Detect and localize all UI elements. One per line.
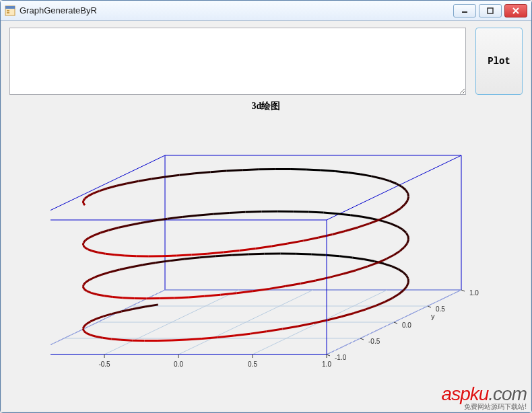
watermark-suffix: .com [488, 383, 527, 404]
svg-line-50 [202, 337, 218, 338]
svg-line-27 [145, 305, 158, 307]
svg-line-143 [294, 211, 309, 212]
svg-line-36 [83, 326, 84, 328]
svg-line-248 [461, 290, 465, 291]
svg-rect-5 [488, 8, 493, 13]
svg-line-30 [112, 311, 122, 314]
svg-line-220 [100, 188, 108, 191]
svg-line-59 [341, 313, 354, 316]
svg-line-170 [125, 256, 136, 256]
svg-line-223 [85, 196, 88, 198]
chart-area: 3d绘图 -1.0-0.50.00.51.0-1.0-0.50.00.51.0-… [51, 100, 481, 369]
svg-line-210 [226, 170, 242, 171]
plot-button[interactable]: Plot [475, 28, 523, 95]
svg-line-138 [362, 217, 373, 219]
svg-line-196 [402, 186, 406, 190]
svg-line-101 [84, 289, 87, 291]
svg-text:-1.0: -1.0 [335, 354, 347, 361]
svg-line-165 [88, 249, 92, 251]
svg-line-128 [400, 247, 405, 251]
svg-line-224 [84, 198, 85, 201]
svg-line-152 [154, 219, 168, 221]
svg-line-198 [389, 181, 396, 184]
svg-rect-2 [7, 10, 9, 11]
svg-line-187 [369, 220, 379, 224]
svg-line-63 [385, 298, 393, 302]
svg-line-142 [309, 212, 324, 213]
svg-line-216 [139, 179, 152, 181]
svg-line-132 [406, 233, 408, 236]
minimize-button[interactable] [453, 4, 476, 17]
svg-line-96 [90, 277, 95, 280]
svg-line-28 [133, 307, 145, 309]
svg-line-246 [428, 306, 431, 307]
svg-line-194 [408, 193, 409, 196]
svg-line-33 [90, 319, 96, 322]
svg-line-116 [253, 289, 269, 291]
svg-line-75 [364, 260, 375, 262]
svg-line-159 [89, 235, 94, 238]
svg-line-64 [393, 294, 399, 298]
svg-line-149 [197, 214, 213, 215]
svg-line-147 [229, 212, 245, 213]
svg-line-79 [311, 254, 326, 255]
svg-line-169 [114, 255, 125, 256]
svg-line-122 [343, 270, 356, 274]
svg-line-203 [335, 172, 349, 173]
svg-line-214 [165, 175, 180, 177]
svg-line-190 [395, 208, 401, 212]
svg-line-155 [118, 225, 129, 228]
svg-line-32 [96, 316, 104, 319]
svg-line-161 [84, 240, 86, 243]
svg-line-185 [345, 227, 358, 231]
svg-line-38 [84, 331, 87, 333]
svg-line-195 [405, 190, 407, 193]
svg-line-85 [215, 255, 232, 256]
svg-line-202 [348, 173, 360, 174]
svg-line-118 [285, 283, 300, 286]
svg-line-91 [131, 265, 143, 267]
svg-line-189 [388, 212, 395, 216]
svg-line-78 [326, 255, 339, 256]
svg-line-129 [404, 243, 407, 248]
svg-line-13 [327, 155, 461, 220]
svg-line-124 [368, 263, 378, 267]
svg-line-53 [251, 332, 267, 334]
svg-line-107 [123, 298, 135, 299]
svg-line-99 [83, 285, 84, 287]
maximize-button[interactable] [479, 4, 502, 17]
svg-text:1.0: 1.0 [469, 289, 479, 297]
close-button[interactable] [504, 4, 527, 17]
app-window: GraphGenerateByR Plot 3d绘图 -1.0-0.50.00.… [0, 0, 532, 413]
svg-line-80 [296, 254, 312, 254]
svg-line-121 [330, 274, 343, 277]
svg-line-52 [234, 334, 250, 336]
svg-line-115 [237, 291, 253, 293]
watermark: aspku.com 免费网站源码下载站! [442, 385, 527, 410]
svg-line-97 [86, 280, 90, 283]
svg-line-215 [152, 177, 165, 179]
title-bar[interactable]: GraphGenerateByR [1, 1, 531, 21]
svg-line-176 [207, 252, 224, 254]
svg-line-180 [272, 243, 288, 246]
watermark-brand: aspku [442, 383, 489, 404]
svg-line-201 [360, 174, 371, 176]
svg-line-62 [376, 302, 385, 306]
svg-line-217 [127, 181, 138, 183]
svg-line-34 [86, 322, 90, 324]
svg-line-123 [356, 266, 368, 270]
svg-line-186 [358, 223, 370, 227]
svg-line-73 [384, 264, 392, 266]
svg-line-173 [162, 256, 176, 256]
script-input[interactable] [9, 28, 466, 95]
svg-line-141 [323, 213, 337, 214]
svg-line-89 [156, 261, 170, 263]
svg-line-66 [404, 287, 407, 291]
svg-rect-3 [7, 12, 9, 13]
svg-line-67 [407, 283, 408, 287]
svg-line-48 [172, 340, 187, 340]
svg-line-119 [301, 280, 316, 284]
svg-line-184 [333, 231, 346, 234]
plot-3d: -1.0-0.50.00.51.0-1.0-0.50.00.51.0-10-50… [51, 114, 481, 369]
svg-line-192 [405, 200, 407, 204]
